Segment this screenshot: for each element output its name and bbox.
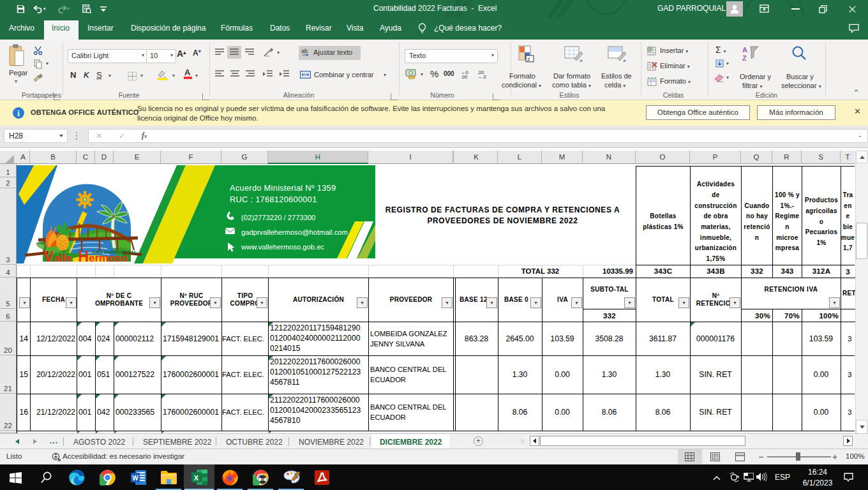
svg-text:(02)2773220 / 2773300: (02)2773220 / 2773300 xyxy=(241,214,315,221)
svg-text:alle: alle xyxy=(54,252,71,264)
svg-text:ab: ab xyxy=(301,48,308,54)
svg-text:H: H xyxy=(78,248,89,264)
svg-text:A: A xyxy=(742,46,747,54)
svg-text:≠: ≠ xyxy=(527,56,530,63)
svg-text:i: i xyxy=(17,108,20,118)
svg-text:www.vallehermoso.gob.ec: www.vallehermoso.gob.ec xyxy=(241,243,324,251)
svg-text:ermoso: ermoso xyxy=(89,252,128,264)
svg-text:RUC : 1768120600001: RUC : 1768120600001 xyxy=(230,195,317,204)
svg-text:W: W xyxy=(132,475,138,482)
svg-text:gadprvallehermoso@hotmail.com: gadprvallehermoso@hotmail.com xyxy=(241,228,348,236)
svg-text:X: X xyxy=(194,474,199,482)
svg-text:,00: ,00 xyxy=(461,74,467,78)
svg-text:→,0: →,0 xyxy=(477,74,486,78)
svg-text:Acuerdo Ministerial Nº 1359: Acuerdo Ministerial Nº 1359 xyxy=(230,183,336,193)
svg-text:V: V xyxy=(43,248,54,264)
svg-text:Z: Z xyxy=(742,54,747,62)
